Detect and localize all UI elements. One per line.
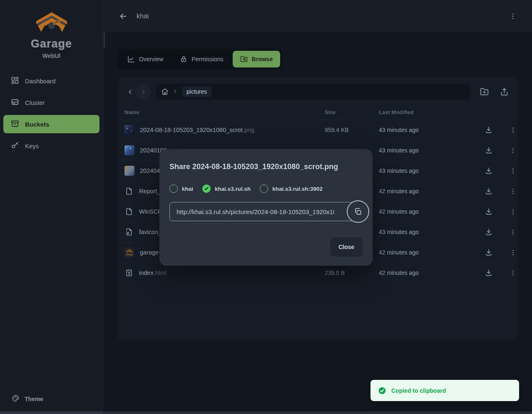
ellipsis-vertical-icon <box>510 249 517 256</box>
row-actions <box>484 248 517 257</box>
row-menu-button[interactable] <box>508 248 517 257</box>
row-menu-button[interactable] <box>508 187 517 196</box>
vertical-scrollbar-thumb[interactable] <box>104 32 105 48</box>
breadcrumb-toolbar: pictures <box>124 84 511 100</box>
file-size: 959.4 KB <box>325 127 379 133</box>
upload-button[interactable] <box>497 85 511 98</box>
row-menu-button[interactable] <box>508 166 517 175</box>
file-scan-icon <box>124 227 134 237</box>
ellipsis-vertical-icon <box>510 269 517 277</box>
tab-label: Browse <box>252 56 273 62</box>
row-actions <box>484 187 517 196</box>
tab-permissions[interactable]: Permissions <box>172 51 231 67</box>
download-icon <box>485 228 493 236</box>
domain-options: khai khai.s3.rul.sh khai.s3.rul.sh:3902 <box>169 185 363 193</box>
chevron-left-icon <box>127 88 134 95</box>
history-forward-button[interactable] <box>135 84 151 100</box>
theme-label: Theme <box>25 396 43 402</box>
app-subtitle: WebUI <box>42 52 60 59</box>
download-icon <box>485 167 493 175</box>
image-thumbnail <box>124 166 134 176</box>
copy-url-button[interactable] <box>347 200 369 223</box>
row-menu-button[interactable] <box>508 207 517 216</box>
radio-checked-icon[interactable] <box>202 185 211 193</box>
row-menu-button[interactable] <box>508 146 517 155</box>
row-actions <box>484 227 517 237</box>
row-menu-button[interactable] <box>508 125 517 135</box>
download-button[interactable] <box>484 227 493 237</box>
ellipsis-vertical-icon <box>510 229 517 236</box>
file-modified: 42 minutes ago <box>379 249 484 256</box>
theme-button[interactable]: Theme <box>0 391 103 407</box>
radio-unchecked-icon[interactable] <box>169 185 178 193</box>
sidebar-item-keys[interactable]: Keys <box>3 137 99 155</box>
domain-option-khai-s3-port[interactable]: khai.s3.rul.sh:3902 <box>260 185 323 193</box>
file-modified: 43 minutes ago <box>379 229 484 235</box>
download-button[interactable] <box>484 268 493 277</box>
new-folder-button[interactable] <box>477 85 491 98</box>
chevron-right-icon <box>140 88 147 95</box>
row-menu-button[interactable] <box>508 227 517 237</box>
download-button[interactable] <box>484 146 493 155</box>
key-icon <box>11 141 19 151</box>
folder-plus-icon <box>480 87 489 96</box>
domain-option-khai-s3[interactable]: khai.s3.rul.sh <box>202 185 251 193</box>
lock-icon <box>180 55 187 63</box>
toast-notification: Copied to clipboard <box>370 380 519 401</box>
browser-actions <box>477 85 511 98</box>
arrow-left-icon <box>119 12 128 21</box>
row-actions <box>484 125 517 135</box>
file-type-icon <box>124 268 134 277</box>
sidebar-item-buckets[interactable]: Buckets <box>3 115 99 133</box>
file-name: index <box>139 269 154 276</box>
chevron-separator-icon <box>172 89 178 95</box>
download-icon <box>485 126 493 134</box>
row-actions <box>484 268 517 277</box>
tab-label: Overview <box>139 56 163 62</box>
horizontal-scrollbar[interactable] <box>0 412 532 414</box>
file-name: 2024-08-18-105203_1920x1080_scrot <box>140 127 243 133</box>
garage-logo-thumbnail: Garage <box>124 247 134 257</box>
page-header: khai <box>103 0 532 32</box>
download-button[interactable] <box>484 248 493 257</box>
file-icon <box>124 187 134 196</box>
file-modified: 42 minutes ago <box>379 208 484 215</box>
tab-browse[interactable]: Browse <box>233 51 281 67</box>
file-modified: 42 minutes ago <box>379 188 484 195</box>
check-circle-icon <box>378 387 386 395</box>
tab-overview[interactable]: Overview <box>120 51 171 67</box>
table-row[interactable]: 2024-08-18-105203_1920x1080_scrot.png 95… <box>118 120 517 140</box>
chart-line-icon <box>127 55 135 63</box>
sidebar-item-label: Cluster <box>25 99 45 106</box>
download-button[interactable] <box>484 166 493 175</box>
download-button[interactable] <box>484 207 493 216</box>
sidebar-item-label: Buckets <box>25 121 49 128</box>
file-extension: .html <box>154 269 167 276</box>
home-icon[interactable] <box>161 88 169 95</box>
file-name-cell: 2024-08-18-105203_1920x1080_scrot.png <box>124 125 325 135</box>
copy-icon <box>354 207 362 216</box>
table-header: Name Size Last Modified <box>118 105 517 120</box>
domain-option-khai[interactable]: khai <box>169 185 193 193</box>
download-icon <box>485 269 493 277</box>
download-button[interactable] <box>484 125 493 135</box>
logo-block: Garage WebUI <box>0 0 103 59</box>
bucket-menu-button[interactable] <box>507 10 519 22</box>
sidebar-item-cluster[interactable]: Cluster <box>3 93 99 112</box>
row-menu-button[interactable] <box>508 268 517 277</box>
file-icon <box>124 207 134 216</box>
sidebar: Garage WebUI Dashboard <box>0 0 103 414</box>
breadcrumb-folder-pictures[interactable]: pictures <box>182 86 211 97</box>
radio-unchecked-icon[interactable] <box>260 185 268 193</box>
download-button[interactable] <box>484 187 493 196</box>
sidebar-item-label: Dashboard <box>25 77 55 85</box>
sidebar-item-dashboard[interactable]: Dashboard <box>3 72 99 90</box>
back-button[interactable] <box>117 10 129 22</box>
row-actions <box>484 207 517 216</box>
close-modal-button[interactable]: Close <box>330 237 363 257</box>
history-back-button[interactable] <box>124 84 135 100</box>
share-url-input[interactable] <box>169 202 364 221</box>
download-icon <box>485 146 493 155</box>
dashboard-icon <box>11 76 19 86</box>
breadcrumb: pictures <box>156 84 470 100</box>
